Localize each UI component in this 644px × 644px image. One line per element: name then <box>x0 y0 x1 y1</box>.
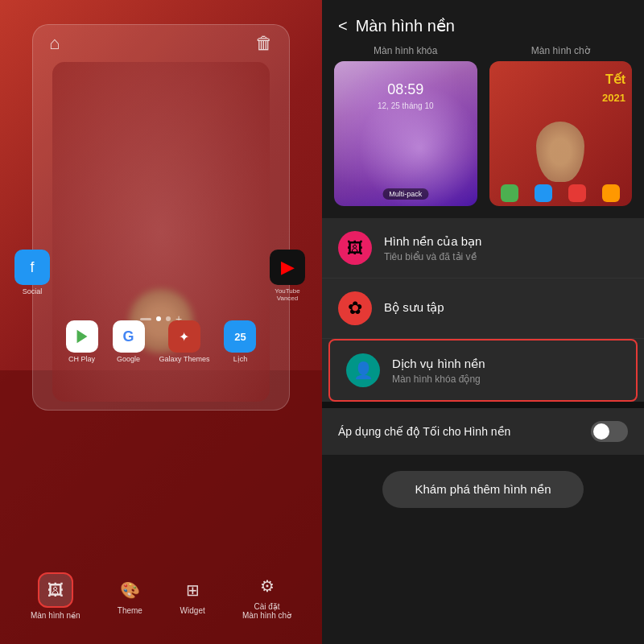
service-text: Dịch vụ hình nền Màn hình khóa động <box>392 357 620 385</box>
my-wallpaper-text: Hình nền của bạn Tiêu biểu và đã tải về <box>384 234 628 262</box>
app-galaxy[interactable]: ✦ Galaxy Themes <box>159 320 210 363</box>
dark-mode-toggle[interactable] <box>591 421 628 442</box>
bottom-dock: 🖼 Màn hình nền 🎨 Theme ⊞ Widget ⚙ Cài đặ… <box>0 564 322 628</box>
youtube-label: YouTube Vanced <box>267 287 308 302</box>
divider <box>322 402 644 408</box>
mini-app-3 <box>568 184 586 202</box>
galaxy-label: Galaxy Themes <box>159 355 210 363</box>
galaxy-icon: ✦ <box>168 320 200 353</box>
home-wallpaper: Tết 2021 <box>489 61 633 206</box>
lock-thumb: 08:59 12, 25 tháng 10 Multi-pack <box>334 61 477 206</box>
lich-label: Lịch <box>233 355 248 363</box>
wallpaper-preview-row: Màn hình khóa 08:59 12, 25 tháng 10 Mult… <box>322 45 644 218</box>
left-panel: ⌂ 🗑 + CH Play G Google <box>0 0 322 644</box>
my-wallpaper-title: Hình nền của bạn <box>384 234 628 249</box>
service-title: Dịch vụ hình nền <box>392 357 620 371</box>
menu-section: 🖼 Hình nền của bạn Tiêu biểu và đã tải v… <box>322 218 644 402</box>
dock-wallpaper-wrap: 🖼 <box>38 572 73 608</box>
card-top-row: ⌂ 🗑 <box>33 25 289 62</box>
home-mini-apps <box>493 184 629 202</box>
dock-theme-label: Theme <box>118 606 142 615</box>
lich-icon: 25 <box>224 320 256 353</box>
theme-icon: 🎨 <box>117 577 142 603</box>
chplay-icon <box>66 320 98 353</box>
mini-app-2 <box>535 184 552 202</box>
lock-wallpaper: 08:59 12, 25 tháng 10 Multi-pack <box>334 61 477 206</box>
my-wallpaper-icon: 🖼 <box>338 231 372 265</box>
dock-wallpaper-label: Màn hình nền <box>31 611 80 620</box>
mini-app-1 <box>501 184 518 202</box>
wallpaper-icon: 🖼 <box>43 577 68 603</box>
app-google[interactable]: G Google <box>113 320 145 363</box>
trash-icon[interactable]: 🗑 <box>255 33 273 54</box>
rp-header: < Màn hình nền <box>322 0 644 45</box>
dock-wallpaper[interactable]: 🖼 Màn hình nền <box>31 572 80 620</box>
svg-marker-0 <box>76 330 87 344</box>
collection-title: Bộ sưu tập <box>384 300 628 315</box>
lock-screen-preview[interactable]: Màn hình khóa 08:59 12, 25 tháng 10 Mult… <box>334 45 477 206</box>
youtube-icon: ▶ <box>270 250 305 285</box>
lock-time: 08:59 <box>387 81 423 98</box>
menu-my-wallpaper[interactable]: 🖼 Hình nền của bạn Tiêu biểu và đã tải v… <box>322 218 644 279</box>
settings-icon: ⚙ <box>254 573 280 599</box>
child-figure <box>536 122 584 182</box>
social-float[interactable]: f Social <box>14 250 50 295</box>
multipack-badge: Multi-pack <box>382 188 428 200</box>
home-screen-preview[interactable]: Màn hình chờ Tết 2021 <box>489 45 633 206</box>
dark-mode-row: Áp dụng chế độ Tối cho Hình nền <box>322 408 644 455</box>
my-wallpaper-subtitle: Tiêu biểu và đã tải về <box>384 251 628 262</box>
dock-settings[interactable]: ⚙ Cài đặtMàn hình chờ <box>242 573 291 620</box>
mini-app-4 <box>602 184 620 202</box>
google-icon: G <box>113 320 145 353</box>
tet-text: Tết <box>605 73 625 86</box>
dock-widget[interactable]: ⊞ Widget <box>180 577 205 615</box>
right-panel: < Màn hình nền Màn hình khóa 08:59 12, 2… <box>322 0 644 644</box>
rp-title: Màn hình nền <box>356 16 455 35</box>
service-icon: 👤 <box>346 353 380 387</box>
collection-icon: ✿ <box>338 291 372 325</box>
dock-settings-label: Cài đặtMàn hình chờ <box>242 602 291 620</box>
toggle-knob <box>593 423 609 440</box>
app-chplay[interactable]: CH Play <box>66 320 98 363</box>
home-label: Màn hình chờ <box>531 45 590 56</box>
menu-wallpaper-service[interactable]: 👤 Dịch vụ hình nền Màn hình khóa động <box>328 339 638 402</box>
menu-collection[interactable]: ✿ Bộ sưu tập <box>322 279 644 339</box>
lock-date: 12, 25 tháng 10 <box>378 101 434 110</box>
social-icon: f <box>14 250 50 285</box>
service-subtitle: Màn hình khóa động <box>392 374 620 385</box>
home-icon: ⌂ <box>49 33 60 54</box>
phone-card: ⌂ 🗑 + CH Play G Google <box>32 24 290 411</box>
tet-year: 2021 <box>602 92 625 104</box>
dark-mode-label: Áp dụng chế độ Tối cho Hình nền <box>338 424 591 439</box>
explore-button[interactable]: Khám phá thêm hình nền <box>382 471 583 508</box>
google-label: Google <box>117 355 140 363</box>
app-lich[interactable]: 25 Lịch <box>224 320 256 363</box>
widget-icon: ⊞ <box>180 577 205 603</box>
dock-theme[interactable]: 🎨 Theme <box>117 577 142 615</box>
collection-text: Bộ sưu tập <box>384 300 628 317</box>
lock-label: Màn hình khóa <box>374 45 437 56</box>
back-button[interactable]: < <box>338 17 348 35</box>
chplay-label: CH Play <box>68 355 95 363</box>
home-thumb: Tết 2021 <box>489 61 633 206</box>
apps-grid: CH Play G Google ✦ Galaxy Themes 25 Lịch <box>41 314 281 369</box>
dock-widget-label: Widget <box>180 606 205 615</box>
social-label: Social <box>23 287 43 295</box>
youtube-float[interactable]: ▶ YouTube Vanced <box>267 250 308 302</box>
explore-btn-wrap: Khám phá thêm hình nền <box>322 455 644 524</box>
